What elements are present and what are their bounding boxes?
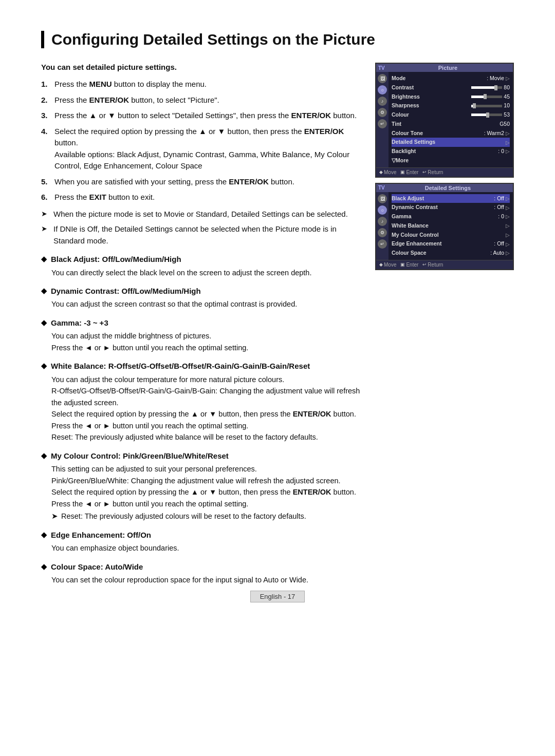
step-num-5: 5. — [41, 176, 50, 188]
tv-footer2-enter-label: Enter — [406, 262, 418, 268]
bullet-label-gamma: Gamma: -3 ~ +3 — [51, 317, 108, 329]
tv-row-dyn-contrast: Dynamic Contrast : Off ▷ — [392, 203, 510, 212]
move-icon: ◆ — [379, 169, 383, 175]
arrow-sym-2: ➤ — [41, 223, 50, 247]
tv-body-1: 🖼 ☼ ♪ ⚙ ↵ Mode : Movie ▷ Contrast — [376, 72, 513, 167]
tv-footer2-move-label: Move — [384, 262, 396, 268]
tv-footer-return: ↩ Return — [422, 169, 443, 175]
bullet-colour-space: ◆ Colour Space: Auto/Wide You can set th… — [41, 561, 363, 586]
diamond-icon-1: ◆ — [41, 254, 47, 266]
main-layout: You can set detailed picture settings. 1… — [41, 63, 514, 587]
tv-row-colour-tone: Colour Tone : Warm2 ▷ — [392, 129, 510, 138]
diamond-icon-2: ◆ — [41, 286, 47, 297]
tv-icon-ds-5: ↵ — [378, 239, 387, 249]
arrow-text-1: When the picture mode is set to Movie or… — [53, 209, 348, 220]
tv-icon-ds-3: ♪ — [378, 217, 387, 226]
tv-row-colour-space: Colour Space : Auto ▷ — [392, 249, 510, 258]
tv-row-sharpness: Sharpness 10 — [392, 101, 510, 110]
tv-row-white-balance: White Balance ▷ — [392, 221, 510, 231]
tv-title-2: Detailed Settings — [385, 185, 511, 191]
step-2: 2. Press the ENTER/OK button, to select … — [41, 94, 363, 106]
tv-icon-col-1: 🖼 ☼ ♪ ⚙ ↵ — [376, 72, 388, 167]
arrow-text-my-colour: Reset: The previously adjusted colours w… — [61, 511, 306, 522]
bullet-body-my-colour: This setting can be adjusted to suit you… — [51, 463, 363, 522]
tv-icon-active: ☼ — [378, 85, 387, 94]
title-bar: Configuring Detailed Settings on the Pic… — [41, 31, 514, 48]
diamond-icon-3: ◆ — [41, 317, 47, 329]
tv-body-2: 🖼 ☼ ♪ ⚙ ↵ Black Adjust : Off ▷ Dynamic C… — [376, 192, 513, 260]
tv-icon-col-2: 🖼 ☼ ♪ ⚙ ↵ — [376, 192, 388, 260]
bullet-header-gamma: ◆ Gamma: -3 ~ +3 — [41, 317, 363, 329]
bullet-header-dynamic-contrast: ◆ Dynamic Contrast: Off/Low/Medium/High — [41, 286, 363, 297]
tv-row-black-adjust: Black Adjust : Off ▷ — [392, 194, 510, 203]
arrow-sym-1: ➤ — [41, 209, 50, 220]
step-1: 1. Press the MENU button to display the … — [41, 79, 363, 90]
tv-titlebar-2: TV Detailed Settings — [376, 184, 513, 192]
bullet-body-dynamic-contrast: You can adjust the screen contrast so th… — [51, 298, 363, 310]
tv-footer-1: ◆ Move ▣ Enter ↩ Return — [376, 167, 513, 177]
tv-row-brightness: Brightness 45 — [392, 92, 510, 102]
tv-title-1: Picture — [385, 65, 511, 71]
arrow-text-2: If DNIe is Off, the Detailed Settings ca… — [53, 223, 363, 247]
arrow-note-1: ➤ When the picture mode is set to Movie … — [41, 209, 363, 220]
tv-row-detailed-settings: Detailed Settings ▷ — [392, 138, 510, 147]
bullet-header-colour-space: ◆ Colour Space: Auto/Wide — [41, 561, 363, 573]
bullet-label-white-balance: White Balance: R-Offset/G-Offset/B-Offse… — [51, 361, 310, 372]
step-num-3: 3. — [41, 110, 50, 122]
bullet-my-colour: ◆ My Colour Control: Pink/Green/Blue/Whi… — [41, 450, 363, 522]
tv-row-backlight: Backlight : 0 ▷ — [392, 147, 510, 156]
arrow-sym-my-colour: ➤ — [51, 511, 58, 522]
step-5: 5. When you are satisfied with your sett… — [41, 176, 363, 188]
return-icon: ↩ — [422, 169, 427, 175]
tv-rows-2: Black Adjust : Off ▷ Dynamic Contrast : … — [388, 192, 513, 260]
bullet-body-black-adjust: You can directly select the black level … — [51, 267, 363, 278]
tv-label-tv1: TV — [378, 65, 385, 71]
diamond-icon-6: ◆ — [41, 530, 47, 541]
right-column: TV Picture 🖼 ☼ ♪ ⚙ ↵ Mode : Movie ▷ — [375, 63, 514, 270]
tv-footer-move-label: Move — [384, 169, 396, 175]
bold-exit: EXIT — [89, 193, 106, 201]
tv-footer-return-label: Return — [428, 169, 443, 175]
diamond-icon-4: ◆ — [41, 361, 47, 372]
tv-titlebar-1: TV Picture — [376, 64, 513, 72]
bullet-label-my-colour: My Colour Control: Pink/Green/Blue/White… — [51, 450, 229, 462]
step-content-3: Press the ▲ or ▼ button to select "Detai… — [54, 110, 363, 122]
bullet-label-black-adjust: Black Adjust: Off/Low/Medium/High — [51, 254, 181, 266]
enter-icon-2: ▣ — [400, 262, 405, 267]
bullet-body-gamma: You can adjust the middle brightness of … — [51, 330, 363, 353]
bullet-white-balance: ◆ White Balance: R-Offset/G-Offset/B-Off… — [41, 361, 363, 443]
tv-footer2-enter: ▣ Enter — [400, 262, 418, 268]
step-num-4: 4. — [41, 126, 50, 172]
footer-badge: English - 17 — [250, 591, 305, 602]
tv-icon-ds-1: 🖼 — [378, 194, 387, 203]
tv-screen-2: TV Detailed Settings 🖼 ☼ ♪ ⚙ ↵ Black Adj… — [375, 183, 514, 270]
tv-row-edge-enhancement: Edge Enhancement : Off ▷ — [392, 239, 510, 249]
step-num-1: 1. — [41, 79, 50, 90]
bold-enter-ok-3: ENTER/OK — [291, 111, 331, 120]
step-num-6: 6. — [41, 192, 50, 203]
tv-screen-1: TV Picture 🖼 ☼ ♪ ⚙ ↵ Mode : Movie ▷ — [375, 63, 514, 178]
bold-enterok-wb: ENTER/OK — [293, 410, 331, 418]
bullet-label-colour-space: Colour Space: Auto/Wide — [51, 561, 143, 573]
tv-icon-pic: 🖼 — [378, 74, 387, 83]
step-content-1: Press the MENU button to display the men… — [54, 79, 363, 90]
tv-icon-sound: ♪ — [378, 97, 387, 106]
step-3: 3. Press the ▲ or ▼ button to select "De… — [41, 110, 363, 122]
tv-icon-ds-4: ⚙ — [378, 228, 387, 237]
tv-icon-setup: ⚙ — [378, 108, 387, 117]
step-4: 4. Select the required option by pressin… — [41, 126, 363, 172]
return-icon-2: ↩ — [422, 262, 427, 267]
tv-row-my-colour-ctrl: My Colour Control ▷ — [392, 231, 510, 240]
bullet-gamma: ◆ Gamma: -3 ~ +3 You can adjust the midd… — [41, 317, 363, 353]
tv-footer-enter: ▣ Enter — [400, 169, 418, 175]
intro-text: You can set detailed picture settings. — [41, 63, 363, 71]
bold-menu: MENU — [89, 80, 112, 88]
tv-icon-ds-2: ☼ — [378, 205, 387, 215]
bold-enter-ok-4: ENTER/OK — [304, 127, 344, 136]
tv-row-mode: Mode : Movie ▷ — [392, 74, 510, 83]
step-list: 1. Press the MENU button to display the … — [41, 79, 363, 203]
tv-row-gamma: Gamma : 0 ▷ — [392, 212, 510, 221]
bullet-label-dynamic-contrast: Dynamic Contrast: Off/Low/Medium/High — [51, 286, 201, 297]
bullet-body-edge: You can emphasize object boundaries. — [51, 542, 363, 554]
page-title: Configuring Detailed Settings on the Pic… — [51, 31, 514, 48]
